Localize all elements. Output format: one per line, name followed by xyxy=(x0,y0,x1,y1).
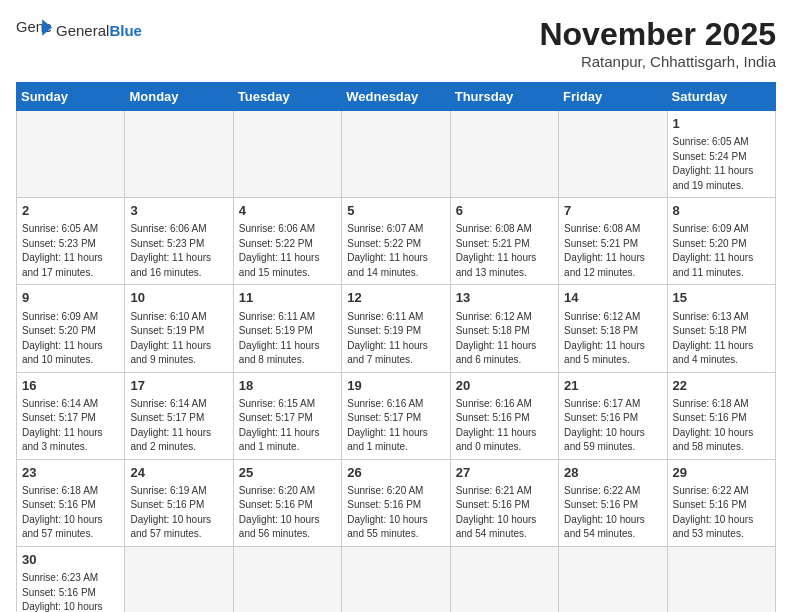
day-number: 22 xyxy=(673,377,770,395)
calendar-day-cell: 8Sunrise: 6:09 AM Sunset: 5:20 PM Daylig… xyxy=(667,198,775,285)
day-info: Sunrise: 6:19 AM Sunset: 5:16 PM Dayligh… xyxy=(130,484,227,542)
day-number: 19 xyxy=(347,377,444,395)
calendar-table: SundayMondayTuesdayWednesdayThursdayFrid… xyxy=(16,82,776,612)
day-number: 24 xyxy=(130,464,227,482)
day-info: Sunrise: 6:11 AM Sunset: 5:19 PM Dayligh… xyxy=(347,310,444,368)
day-number: 25 xyxy=(239,464,336,482)
calendar-day-cell xyxy=(450,546,558,612)
day-number: 18 xyxy=(239,377,336,395)
day-number: 3 xyxy=(130,202,227,220)
calendar-day-cell: 18Sunrise: 6:15 AM Sunset: 5:17 PM Dayli… xyxy=(233,372,341,459)
calendar-day-cell: 12Sunrise: 6:11 AM Sunset: 5:19 PM Dayli… xyxy=(342,285,450,372)
month-title: November 2025 xyxy=(539,16,776,53)
day-number: 26 xyxy=(347,464,444,482)
day-info: Sunrise: 6:09 AM Sunset: 5:20 PM Dayligh… xyxy=(673,222,770,280)
day-info: Sunrise: 6:22 AM Sunset: 5:16 PM Dayligh… xyxy=(673,484,770,542)
day-number: 29 xyxy=(673,464,770,482)
day-number: 9 xyxy=(22,289,119,307)
day-info: Sunrise: 6:08 AM Sunset: 5:21 PM Dayligh… xyxy=(456,222,553,280)
day-number: 14 xyxy=(564,289,661,307)
calendar-day-cell xyxy=(233,111,341,198)
day-info: Sunrise: 6:14 AM Sunset: 5:17 PM Dayligh… xyxy=(22,397,119,455)
calendar-day-cell: 14Sunrise: 6:12 AM Sunset: 5:18 PM Dayli… xyxy=(559,285,667,372)
calendar-day-cell: 23Sunrise: 6:18 AM Sunset: 5:16 PM Dayli… xyxy=(17,459,125,546)
calendar-day-cell: 11Sunrise: 6:11 AM Sunset: 5:19 PM Dayli… xyxy=(233,285,341,372)
day-number: 23 xyxy=(22,464,119,482)
calendar-day-cell: 16Sunrise: 6:14 AM Sunset: 5:17 PM Dayli… xyxy=(17,372,125,459)
calendar-day-cell xyxy=(17,111,125,198)
calendar-day-cell: 9Sunrise: 6:09 AM Sunset: 5:20 PM Daylig… xyxy=(17,285,125,372)
day-number: 17 xyxy=(130,377,227,395)
day-number: 20 xyxy=(456,377,553,395)
col-header-tuesday: Tuesday xyxy=(233,83,341,111)
calendar-day-cell xyxy=(667,546,775,612)
calendar-day-cell: 26Sunrise: 6:20 AM Sunset: 5:16 PM Dayli… xyxy=(342,459,450,546)
day-number: 21 xyxy=(564,377,661,395)
day-info: Sunrise: 6:22 AM Sunset: 5:16 PM Dayligh… xyxy=(564,484,661,542)
calendar-day-cell xyxy=(559,111,667,198)
calendar-day-cell: 24Sunrise: 6:19 AM Sunset: 5:16 PM Dayli… xyxy=(125,459,233,546)
calendar-day-cell xyxy=(342,546,450,612)
col-header-monday: Monday xyxy=(125,83,233,111)
calendar-day-cell: 10Sunrise: 6:10 AM Sunset: 5:19 PM Dayli… xyxy=(125,285,233,372)
calendar-day-cell xyxy=(559,546,667,612)
day-info: Sunrise: 6:14 AM Sunset: 5:17 PM Dayligh… xyxy=(130,397,227,455)
location-subtitle: Ratanpur, Chhattisgarh, India xyxy=(539,53,776,70)
day-number: 2 xyxy=(22,202,119,220)
day-info: Sunrise: 6:16 AM Sunset: 5:16 PM Dayligh… xyxy=(456,397,553,455)
day-info: Sunrise: 6:06 AM Sunset: 5:22 PM Dayligh… xyxy=(239,222,336,280)
day-number: 28 xyxy=(564,464,661,482)
day-info: Sunrise: 6:09 AM Sunset: 5:20 PM Dayligh… xyxy=(22,310,119,368)
day-number: 30 xyxy=(22,551,119,569)
day-info: Sunrise: 6:05 AM Sunset: 5:23 PM Dayligh… xyxy=(22,222,119,280)
day-info: Sunrise: 6:17 AM Sunset: 5:16 PM Dayligh… xyxy=(564,397,661,455)
day-info: Sunrise: 6:06 AM Sunset: 5:23 PM Dayligh… xyxy=(130,222,227,280)
day-info: Sunrise: 6:15 AM Sunset: 5:17 PM Dayligh… xyxy=(239,397,336,455)
day-number: 5 xyxy=(347,202,444,220)
day-number: 13 xyxy=(456,289,553,307)
calendar-day-cell: 1Sunrise: 6:05 AM Sunset: 5:24 PM Daylig… xyxy=(667,111,775,198)
calendar-day-cell xyxy=(125,111,233,198)
day-info: Sunrise: 6:13 AM Sunset: 5:18 PM Dayligh… xyxy=(673,310,770,368)
day-info: Sunrise: 6:16 AM Sunset: 5:17 PM Dayligh… xyxy=(347,397,444,455)
calendar-day-cell: 20Sunrise: 6:16 AM Sunset: 5:16 PM Dayli… xyxy=(450,372,558,459)
day-info: Sunrise: 6:20 AM Sunset: 5:16 PM Dayligh… xyxy=(239,484,336,542)
day-info: Sunrise: 6:05 AM Sunset: 5:24 PM Dayligh… xyxy=(673,135,770,193)
calendar-day-cell xyxy=(450,111,558,198)
day-info: Sunrise: 6:18 AM Sunset: 5:16 PM Dayligh… xyxy=(673,397,770,455)
calendar-day-cell: 17Sunrise: 6:14 AM Sunset: 5:17 PM Dayli… xyxy=(125,372,233,459)
calendar-week-row: 30Sunrise: 6:23 AM Sunset: 5:16 PM Dayli… xyxy=(17,546,776,612)
calendar-day-cell: 19Sunrise: 6:16 AM Sunset: 5:17 PM Dayli… xyxy=(342,372,450,459)
calendar-day-cell: 4Sunrise: 6:06 AM Sunset: 5:22 PM Daylig… xyxy=(233,198,341,285)
col-header-wednesday: Wednesday xyxy=(342,83,450,111)
calendar-day-cell: 13Sunrise: 6:12 AM Sunset: 5:18 PM Dayli… xyxy=(450,285,558,372)
calendar-day-cell: 7Sunrise: 6:08 AM Sunset: 5:21 PM Daylig… xyxy=(559,198,667,285)
calendar-day-cell: 5Sunrise: 6:07 AM Sunset: 5:22 PM Daylig… xyxy=(342,198,450,285)
calendar-header-row: SundayMondayTuesdayWednesdayThursdayFrid… xyxy=(17,83,776,111)
col-header-friday: Friday xyxy=(559,83,667,111)
calendar-week-row: 9Sunrise: 6:09 AM Sunset: 5:20 PM Daylig… xyxy=(17,285,776,372)
day-info: Sunrise: 6:23 AM Sunset: 5:16 PM Dayligh… xyxy=(22,571,119,612)
day-info: Sunrise: 6:12 AM Sunset: 5:18 PM Dayligh… xyxy=(564,310,661,368)
day-number: 15 xyxy=(673,289,770,307)
day-number: 7 xyxy=(564,202,661,220)
day-number: 27 xyxy=(456,464,553,482)
day-number: 4 xyxy=(239,202,336,220)
day-info: Sunrise: 6:07 AM Sunset: 5:22 PM Dayligh… xyxy=(347,222,444,280)
calendar-day-cell: 29Sunrise: 6:22 AM Sunset: 5:16 PM Dayli… xyxy=(667,459,775,546)
logo: General GeneralBlue xyxy=(16,16,142,44)
calendar-day-cell: 6Sunrise: 6:08 AM Sunset: 5:21 PM Daylig… xyxy=(450,198,558,285)
day-number: 12 xyxy=(347,289,444,307)
calendar-day-cell xyxy=(342,111,450,198)
calendar-day-cell: 27Sunrise: 6:21 AM Sunset: 5:16 PM Dayli… xyxy=(450,459,558,546)
col-header-sunday: Sunday xyxy=(17,83,125,111)
calendar-week-row: 1Sunrise: 6:05 AM Sunset: 5:24 PM Daylig… xyxy=(17,111,776,198)
day-number: 1 xyxy=(673,115,770,133)
day-info: Sunrise: 6:08 AM Sunset: 5:21 PM Dayligh… xyxy=(564,222,661,280)
col-header-thursday: Thursday xyxy=(450,83,558,111)
calendar-day-cell xyxy=(125,546,233,612)
day-info: Sunrise: 6:20 AM Sunset: 5:16 PM Dayligh… xyxy=(347,484,444,542)
calendar-day-cell: 15Sunrise: 6:13 AM Sunset: 5:18 PM Dayli… xyxy=(667,285,775,372)
col-header-saturday: Saturday xyxy=(667,83,775,111)
day-info: Sunrise: 6:18 AM Sunset: 5:16 PM Dayligh… xyxy=(22,484,119,542)
